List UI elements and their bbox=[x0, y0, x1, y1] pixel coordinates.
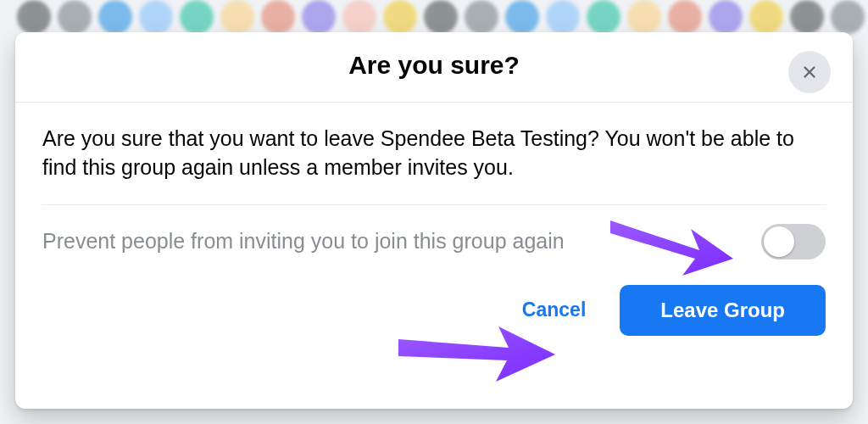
modal-title: Are you sure? bbox=[49, 51, 819, 80]
modal-message: Are you sure that you want to leave Spen… bbox=[42, 125, 826, 182]
modal-footer: Cancel Leave Group bbox=[15, 259, 853, 336]
close-icon bbox=[800, 63, 819, 81]
close-button[interactable] bbox=[788, 51, 831, 93]
leave-group-button[interactable]: Leave Group bbox=[620, 285, 826, 336]
toggle-row: Prevent people from inviting you to join… bbox=[15, 205, 853, 259]
cancel-button[interactable]: Cancel bbox=[505, 288, 603, 332]
modal-body: Are you sure that you want to leave Spen… bbox=[15, 103, 853, 182]
toggle-knob bbox=[764, 226, 794, 257]
confirmation-modal: Are you sure? Are you sure that you want… bbox=[15, 32, 853, 409]
toggle-label: Prevent people from inviting you to join… bbox=[42, 229, 565, 254]
modal-header: Are you sure? bbox=[15, 32, 853, 103]
prevent-invite-toggle[interactable] bbox=[761, 224, 826, 259]
